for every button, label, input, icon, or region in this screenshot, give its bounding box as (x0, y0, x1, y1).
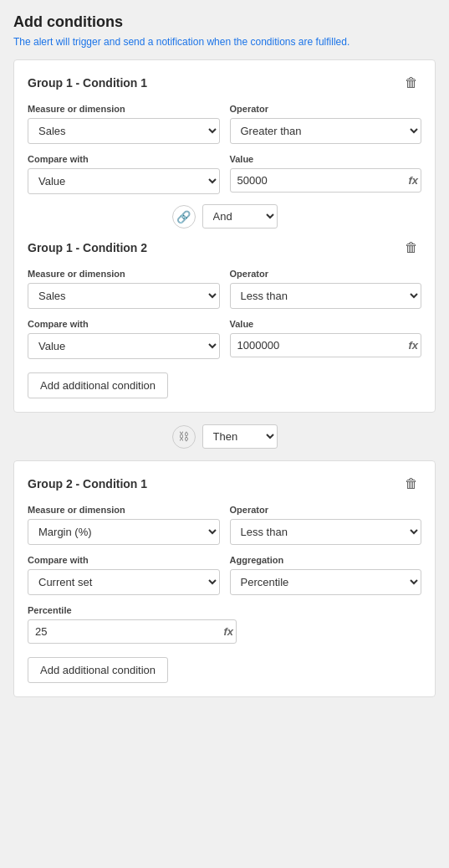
group1-c1-measure-label: Measure or dimension (28, 104, 220, 114)
group1-c1-operator-label: Operator (230, 104, 422, 114)
group2-c1-operator-label: Operator (230, 505, 422, 515)
group2-c1-fx-button[interactable]: fx (223, 625, 233, 638)
group2-c1-percentile-label: Percentile (28, 605, 237, 615)
group2-c1-percentile-input[interactable] (28, 619, 237, 644)
page-subtitle: The alert will trigger and send a notifi… (13, 36, 436, 48)
group1-condition2-delete-button[interactable]: 🗑 (401, 239, 421, 257)
group1-condition1-delete-button[interactable]: 🗑 (401, 74, 421, 92)
group1-c2-compare-label: Compare with (28, 319, 220, 329)
group2-c1-operator-select[interactable]: Greater than Less than Equal to (230, 519, 422, 545)
group1-c1-measure-select[interactable]: Sales Margin (%) (28, 118, 220, 144)
group2-card: Group 2 - Condition 1 🗑 Measure or dimen… (13, 460, 436, 697)
group2-condition1-delete-button[interactable]: 🗑 (401, 475, 421, 493)
group1-c1-operator-group: Operator Greater than Less than Equal to (230, 104, 422, 144)
group2-c1-measure-group: Measure or dimension Sales Margin (%) (28, 505, 220, 545)
group1-c2-operator-label: Operator (230, 269, 422, 279)
group1-c2-measure-label: Measure or dimension (28, 269, 220, 279)
group1-c1-compare-group: Compare with Value Current set (28, 154, 220, 194)
group1-c2-measure-group: Measure or dimension Sales Margin (%) (28, 269, 220, 309)
group1-c1-compare-select[interactable]: Value Current set (28, 168, 220, 194)
group1-link-icon: 🔗 (172, 205, 196, 229)
group1-c2-operator-group: Operator Greater than Less than Equal to (230, 269, 422, 309)
then-connector-select[interactable]: Then Or (202, 424, 278, 449)
group1-condition2: Group 1 - Condition 2 🗑 Measure or dimen… (28, 239, 421, 359)
group2-add-condition-button[interactable]: Add additional condition (28, 657, 168, 683)
group1-c1-measure-group: Measure or dimension Sales Margin (%) (28, 104, 220, 144)
group1-c2-measure-select[interactable]: Sales Margin (%) (28, 283, 220, 309)
group1-c2-compare-select[interactable]: Value Current set (28, 333, 220, 359)
group2-c1-compare-label: Compare with (28, 555, 220, 565)
group1-c1-operator-select[interactable]: Greater than Less than Equal to (230, 118, 422, 144)
group2-c1-operator-group: Operator Greater than Less than Equal to (230, 505, 422, 545)
group2-c1-aggregation-select[interactable]: Percentile Average Sum (230, 569, 422, 595)
page-title: Add conditions (13, 13, 436, 31)
group1-condition1-title: Group 1 - Condition 1 (28, 76, 147, 90)
group1-c1-fx-button[interactable]: fx (408, 174, 418, 187)
group1-connector-select[interactable]: And Or (202, 204, 278, 229)
group1-connector-row: 🔗 And Or (28, 204, 421, 229)
group1-c1-value-label: Value (230, 154, 422, 164)
group1-c2-value-input[interactable] (230, 333, 422, 357)
group2-c1-compare-select[interactable]: Value Current set (28, 569, 220, 595)
group2-c1-measure-select[interactable]: Sales Margin (%) (28, 519, 220, 545)
group1-c1-compare-label: Compare with (28, 154, 220, 164)
group1-c1-value-input[interactable] (230, 168, 422, 193)
group2-c1-compare-group: Compare with Value Current set (28, 555, 220, 595)
group1-condition1: Group 1 - Condition 1 🗑 Measure or dimen… (28, 74, 421, 194)
group1-card: Group 1 - Condition 1 🗑 Measure or dimen… (13, 59, 436, 413)
group2-c1-aggregation-group: Aggregation Percentile Average Sum (230, 555, 422, 595)
group2-c1-measure-label: Measure or dimension (28, 505, 220, 515)
group1-c2-value-group: Value fx (230, 319, 422, 359)
group1-c2-compare-group: Compare with Value Current set (28, 319, 220, 359)
group1-c2-operator-select[interactable]: Greater than Less than Equal to (230, 283, 422, 309)
group1-c2-value-label: Value (230, 319, 422, 329)
group2-condition1-title: Group 2 - Condition 1 (28, 477, 147, 490)
then-broken-link-icon: ⛓ (172, 425, 196, 449)
group1-c2-fx-button[interactable]: fx (408, 339, 418, 352)
then-connector-row: ⛓ Then Or (13, 424, 436, 449)
group2-c1-percentile-group: Percentile fx (28, 605, 237, 644)
group2-c1-aggregation-label: Aggregation (230, 555, 422, 565)
group1-c1-value-group: Value fx (230, 154, 422, 194)
group2-condition1: Group 2 - Condition 1 🗑 Measure or dimen… (28, 475, 421, 644)
group1-add-condition-button[interactable]: Add additional condition (28, 372, 168, 398)
group1-condition2-title: Group 1 - Condition 2 (28, 241, 147, 254)
